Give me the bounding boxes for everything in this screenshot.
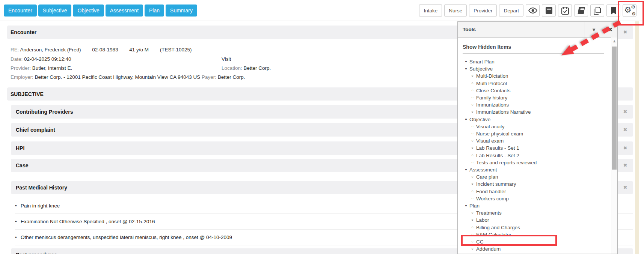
- tools-item-billing-and-charges[interactable]: ◦Billing and Charges: [463, 224, 611, 231]
- circle-bullet-icon: ◦: [471, 216, 476, 224]
- book-button[interactable]: [574, 4, 588, 17]
- bullet-icon: •: [465, 116, 469, 123]
- depart-button[interactable]: Depart: [499, 4, 523, 17]
- patient-dob: 02-08-1983: [92, 47, 118, 53]
- bullet-icon: •: [15, 198, 21, 213]
- scroll-up-icon[interactable]: ▲: [611, 38, 617, 45]
- close-case-icon[interactable]: ✖: [620, 161, 631, 170]
- tools-item-nurse-physical-exam[interactable]: ◦Nurse physical exam: [463, 130, 611, 137]
- nav-encounter-button[interactable]: Encounter: [4, 5, 37, 17]
- circle-bullet-icon: ◦: [471, 245, 476, 252]
- patient-id: (TEST-10025): [160, 47, 192, 53]
- settings-button[interactable]: ⚙ ⚙ ⚙: [623, 4, 636, 17]
- circle-bullet-icon: ◦: [471, 152, 476, 159]
- intake-button[interactable]: Intake: [419, 4, 442, 17]
- circle-bullet-icon: ◦: [471, 252, 476, 254]
- circle-bullet-icon: ◦: [471, 72, 476, 80]
- circle-bullet-icon: ◦: [471, 159, 476, 166]
- bullet-icon: •: [465, 65, 469, 72]
- tools-item-addendum[interactable]: ◦Addendum: [463, 245, 611, 252]
- note-nav-buttons: Encounter Subjective Objective Assessmen…: [4, 5, 197, 17]
- tools-item-family-history[interactable]: ◦Family history: [463, 94, 611, 101]
- circle-bullet-icon: ◦: [471, 180, 476, 188]
- patient-age-sex: 41 y/o M: [129, 47, 149, 53]
- tools-item-incident-summary[interactable]: ◦Incident summary: [463, 180, 611, 188]
- circle-bullet-icon: ◦: [471, 231, 476, 238]
- location-group: Location: Better Corp.: [222, 63, 271, 73]
- tools-item-treatments[interactable]: ◦Treatments: [463, 209, 611, 216]
- copy-button[interactable]: [590, 4, 604, 17]
- bookmark-button[interactable]: [606, 4, 620, 17]
- circle-bullet-icon: ◦: [471, 144, 476, 152]
- circle-bullet-icon: ◦: [471, 101, 476, 108]
- tools-item-workers-comp[interactable]: ◦Workers comp: [463, 195, 611, 202]
- hidden-items-tree: •Smart Plan •Subjective ◦Multi-Dictation…: [463, 58, 611, 254]
- close-encounter-section-icon[interactable]: ✖: [620, 28, 631, 37]
- tools-item-em-calculator[interactable]: ◦E&M Calculator: [463, 231, 611, 238]
- calendar-check-button[interactable]: [558, 4, 572, 17]
- circle-bullet-icon: ◦: [471, 108, 476, 116]
- close-hpi-icon[interactable]: ✖: [620, 144, 631, 153]
- tools-item-future-case-appointments[interactable]: ◦Future case appointments: [463, 252, 611, 254]
- close-contributing-providers-icon[interactable]: ✖: [620, 107, 631, 116]
- nav-subjective-button[interactable]: Subjective: [38, 5, 72, 17]
- archive-button[interactable]: [542, 4, 556, 17]
- nav-summary-button[interactable]: Summary: [166, 5, 197, 17]
- tools-item-tests-and-reports-reviewed[interactable]: ◦Tests and reports reviewed: [463, 159, 611, 166]
- tools-item-visual-acuity[interactable]: ◦Visual acuity: [463, 123, 611, 130]
- eye-icon: [528, 6, 538, 15]
- copy-icon: [593, 6, 602, 15]
- nav-assessment-button[interactable]: Assessment: [106, 5, 143, 17]
- location-label: Location:: [222, 65, 242, 71]
- tools-item-immunizations-narrative[interactable]: ◦Immunizations Narrative: [463, 108, 611, 116]
- tools-item-subjective[interactable]: •Subjective: [463, 65, 611, 72]
- tools-item-assessment[interactable]: •Assessment: [463, 166, 611, 173]
- ehr-encounter-page: Encounter Subjective Objective Assessmen…: [0, 0, 644, 254]
- provider-button[interactable]: Provider: [469, 4, 497, 17]
- bullet-icon: •: [465, 58, 469, 65]
- tools-item-multi-dictation[interactable]: ◦Multi-Dictation: [463, 72, 611, 80]
- employer-label: Employer:: [11, 74, 33, 80]
- tools-item-plan[interactable]: •Plan: [463, 202, 611, 209]
- settings-gears-icon: ⚙ ⚙ ⚙: [624, 6, 635, 15]
- tools-item-cc[interactable]: ◦CC: [463, 238, 611, 245]
- circle-bullet-icon: ◦: [471, 94, 476, 101]
- bullet-icon: •: [15, 214, 21, 229]
- visit-type: Visit: [222, 54, 231, 64]
- pmh-item-text: Other meniscus derangements, unspecified…: [21, 234, 232, 240]
- tools-item-labor[interactable]: ◦Labor: [463, 216, 611, 224]
- tools-item-food-handler[interactable]: ◦Food handler: [463, 188, 611, 195]
- tools-panel-title: Tools: [458, 22, 585, 38]
- close-past-medical-history-icon[interactable]: ✖: [620, 183, 631, 192]
- tools-item-immunizations[interactable]: ◦Immunizations: [463, 101, 611, 108]
- tools-item-objective[interactable]: •Objective: [463, 116, 611, 123]
- close-chief-complaint-icon[interactable]: ✖: [620, 125, 631, 134]
- tools-item-multi-protocol[interactable]: ◦Multi Protocol: [463, 80, 611, 87]
- tools-item-lab-results-set-2[interactable]: ◦Lab Results - Set 2: [463, 152, 611, 159]
- tools-panel-scrollbar[interactable]: ▲: [611, 38, 617, 254]
- tools-item-smart-plan[interactable]: •Smart Plan: [463, 58, 611, 65]
- circle-bullet-icon: ◦: [471, 195, 476, 202]
- employer-value: Better Corp. - 12001 Pacific Coast Highw…: [35, 74, 201, 80]
- page-edge-strip: [635, 21, 639, 254]
- nurse-button[interactable]: Nurse: [444, 4, 467, 17]
- circle-bullet-icon: ◦: [471, 238, 476, 245]
- archive-box-icon: [545, 6, 553, 15]
- circle-bullet-icon: ◦: [471, 209, 476, 216]
- payer-label: Payer:: [202, 74, 216, 80]
- tools-panel-close-icon[interactable]: ✖: [603, 22, 617, 38]
- payer-value: Better Corp.: [218, 74, 245, 80]
- scrollbar-thumb[interactable]: [612, 47, 617, 170]
- nav-plan-button[interactable]: Plan: [145, 5, 164, 17]
- pmh-item-text: Pain in right knee: [21, 203, 60, 209]
- tools-item-care-plan[interactable]: ◦Care plan: [463, 173, 611, 180]
- re-label: RE:: [11, 47, 19, 53]
- nav-objective-button[interactable]: Objective: [73, 5, 104, 17]
- encounter-date: 02-04-2025 09:12:40: [24, 56, 71, 62]
- chevron-down-icon[interactable]: ▼: [585, 22, 603, 38]
- bullet-icon: •: [465, 202, 469, 209]
- eye-button[interactable]: [526, 4, 540, 17]
- tools-item-close-contacts[interactable]: ◦Close Contacts: [463, 87, 611, 94]
- tools-item-lab-results-set-1[interactable]: ◦Lab Results - Set 1: [463, 144, 611, 152]
- tools-item-visual-exam[interactable]: ◦Visual exam: [463, 137, 611, 144]
